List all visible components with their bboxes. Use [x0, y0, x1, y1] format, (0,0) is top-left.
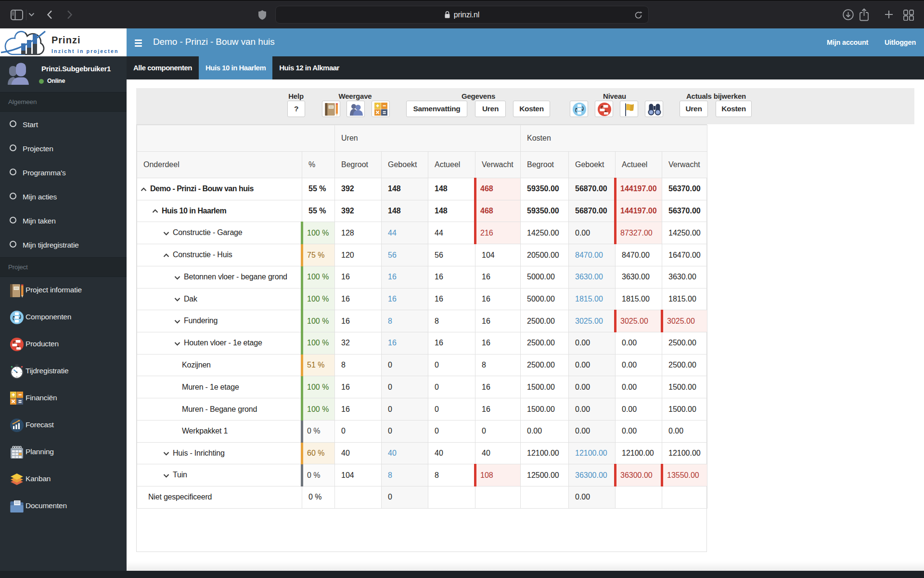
svg-text:Prinzi: Prinzi	[51, 35, 80, 45]
svg-text:Inzicht in projecten: Inzicht in projecten	[51, 48, 119, 54]
